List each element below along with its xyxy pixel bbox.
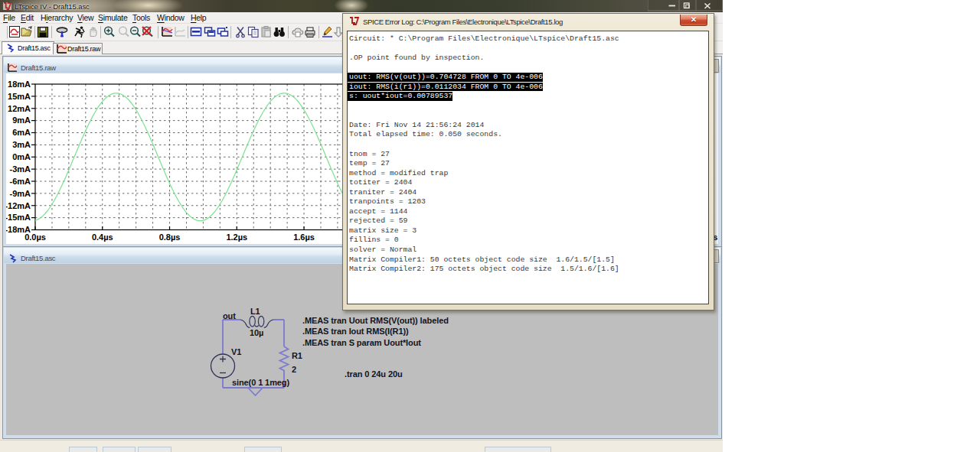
- svg-text:L1: L1: [250, 307, 260, 316]
- svg-text:10µ: 10µ: [250, 328, 263, 337]
- svg-text:0.8µs: 0.8µs: [159, 233, 181, 242]
- svg-text:6mA: 6mA: [12, 128, 31, 137]
- svg-text:2: 2: [292, 365, 296, 374]
- svg-text:3mA: 3mA: [12, 140, 31, 149]
- svg-text:V1: V1: [231, 347, 241, 356]
- svg-text:1.6µs: 1.6µs: [293, 233, 315, 242]
- svg-text:.MEAS tran Uout RMS(V(out)) la: .MEAS tran Uout RMS(V(out)) labeled: [302, 316, 449, 325]
- svg-text:0.4µs: 0.4µs: [92, 233, 113, 242]
- svg-text:15mA: 15mA: [8, 92, 31, 101]
- svg-text:1.2µs: 1.2µs: [226, 233, 247, 242]
- svg-text:12mA: 12mA: [8, 104, 31, 113]
- svg-text:-6mA: -6mA: [9, 177, 31, 186]
- svg-text:18mA: 18mA: [8, 80, 31, 89]
- svg-text:9mA: 9mA: [12, 115, 31, 125]
- svg-text:-9mA: -9mA: [9, 189, 31, 198]
- svg-text:.MEAS tran S param Uout*Iout: .MEAS tran S param Uout*Iout: [302, 338, 421, 347]
- svg-text:0mA: 0mA: [12, 152, 31, 161]
- svg-text:0.0µs: 0.0µs: [24, 233, 46, 242]
- svg-text:.tran 0 24u 20u: .tran 0 24u 20u: [345, 369, 403, 379]
- svg-text:-12mA: -12mA: [6, 201, 31, 210]
- svg-text:-15mA: -15mA: [6, 213, 31, 222]
- svg-text:.MEAS tran Iout RMS(I(R1)): .MEAS tran Iout RMS(I(R1)): [302, 327, 409, 336]
- svg-text:R1: R1: [292, 351, 302, 360]
- svg-text:-3mA: -3mA: [9, 164, 31, 174]
- svg-text:sine(0 1 1meg): sine(0 1 1meg): [232, 378, 289, 387]
- svg-text:out: out: [223, 311, 236, 320]
